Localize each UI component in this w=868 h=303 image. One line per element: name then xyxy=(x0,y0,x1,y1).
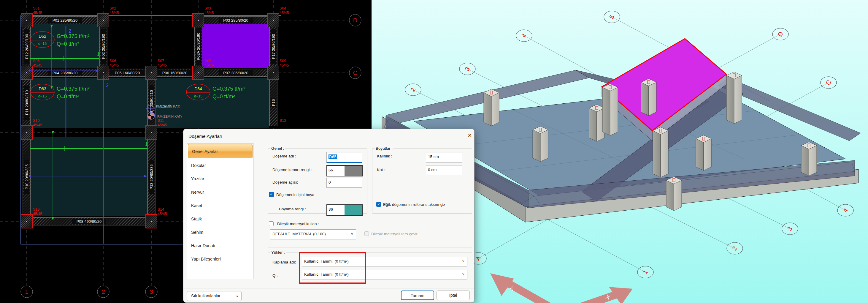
svg-text:Q=0 tf/m²: Q=0 tf/m² xyxy=(213,93,235,100)
beam-P04[interactable]: P04 285/80/20 xyxy=(32,69,98,77)
ref-axis-checkbox[interactable]: ✓ xyxy=(376,202,381,207)
paint-color-swatch[interactable] xyxy=(344,205,362,215)
slab-fill[interactable] xyxy=(31,137,147,216)
svg-text:Q=0 tf/m²: Q=0 tf/m² xyxy=(57,41,79,47)
elevation-label: Kot : xyxy=(377,168,385,172)
edge-color-label: Döşeme kenarı rengi : xyxy=(272,168,312,172)
q-load-dropdown[interactable]: Kullanıcı Tanımlı (0 tf/m²)∨ xyxy=(302,270,467,280)
slab-angle-input[interactable]: 0 xyxy=(327,177,362,188)
beam-P17[interactable]: P17 20/80/190 xyxy=(270,27,277,66)
beam-P07[interactable]: P07 285/80/20 xyxy=(203,69,268,77)
close-icon[interactable]: ✕ xyxy=(466,132,474,140)
tab-dokular[interactable]: Dokular xyxy=(187,159,253,172)
beam-P16[interactable]: P16 xyxy=(270,79,277,126)
composite-checkbox[interactable] xyxy=(269,221,274,226)
loads-legend: Yükler : xyxy=(270,250,286,254)
paint-inside-checkbox[interactable]: ✓ xyxy=(269,192,274,197)
km-label: KM(ZEMİN KAT) xyxy=(156,105,180,108)
edge-color-picker[interactable]: 66 xyxy=(327,165,363,176)
tab-sehim[interactable]: Sehim xyxy=(187,226,253,239)
beam-P02A[interactable]: P02A 20/80/190 xyxy=(194,27,202,66)
slab-name-input[interactable]: D65 xyxy=(327,152,362,163)
svg-text:S14: S14 xyxy=(158,208,164,212)
svg-text:45/45: 45/45 xyxy=(158,63,167,67)
edge-color-swatch[interactable] xyxy=(344,166,362,176)
rm-label: RM(ZEMİN KAT) xyxy=(157,115,182,118)
svg-text:3: 3 xyxy=(150,288,153,295)
svg-text:P13 20/80/335: P13 20/80/335 xyxy=(149,164,154,190)
tab-yapı-bileşenleri[interactable]: Yapı Bileşenleri xyxy=(187,252,253,266)
svg-text:C: C xyxy=(353,70,357,76)
coating-label: Kaplama adı: xyxy=(272,260,296,265)
svg-text:S08: S08 xyxy=(205,59,211,63)
tab-statik[interactable]: Statik xyxy=(187,212,253,226)
svg-text:1: 1 xyxy=(25,288,28,295)
svg-text:P01 285/80/20: P01 285/80/20 xyxy=(53,18,78,23)
svg-text:S01: S01 xyxy=(33,6,39,10)
beam-P11[interactable]: P11 20/80/210 xyxy=(23,79,31,126)
beam-P02[interactable]: P02 20/80/190 xyxy=(99,27,107,66)
beam-P06[interactable]: P06 160/80/20 xyxy=(156,69,193,77)
svg-text:P02 20/80/190: P02 20/80/190 xyxy=(101,34,106,59)
svg-text:45/45: 45/45 xyxy=(33,11,42,15)
svg-text:S13: S13 xyxy=(33,208,39,212)
axis-bubble-3d-4: 4 xyxy=(837,204,854,216)
column-3d[interactable] xyxy=(641,79,656,115)
tab-hasır-donatı[interactable]: Hasır Donatı xyxy=(187,239,253,252)
beam-P10[interactable]: P10 20/80/335 xyxy=(23,139,31,215)
beam-P13[interactable]: P13 20/80/335 xyxy=(148,139,155,215)
tab-yazılar[interactable]: Yazılar xyxy=(187,172,253,186)
section-label: 1 xyxy=(97,52,100,57)
column-S12[interactable]: S12 xyxy=(280,118,286,123)
svg-text:Q=0 tf/m²: Q=0 tf/m² xyxy=(57,93,79,100)
favorites-button[interactable]: Sık kullanılanlar...▸ xyxy=(187,291,242,301)
svg-text:45/45: 45/45 xyxy=(205,63,214,67)
ok-button[interactable]: Tamam xyxy=(401,291,434,300)
svg-text:S04: S04 xyxy=(280,6,286,10)
composite-label: Bileşik materyal kullan : xyxy=(276,222,320,226)
beam-P05[interactable]: P05 160/80/20 xyxy=(108,69,146,77)
tab-nervür[interactable]: Nervür xyxy=(187,186,253,199)
column-3d[interactable] xyxy=(666,177,682,211)
thickness-input[interactable]: 15 cm xyxy=(426,152,462,163)
column-3d[interactable] xyxy=(484,89,499,126)
beam-P14[interactable]: P14 20/80/210 xyxy=(148,79,155,126)
slab-fill-D64[interactable] xyxy=(155,78,269,128)
column-3d[interactable] xyxy=(602,84,618,135)
column-3d[interactable] xyxy=(801,142,817,176)
column-3d[interactable] xyxy=(653,127,668,177)
general-legend: Genel : xyxy=(270,146,285,150)
loads-group: Yükler : xyxy=(268,250,472,287)
axis-bubble-3d-1: 1 xyxy=(638,266,653,278)
beam-P03[interactable]: P03 285/80/20 xyxy=(203,16,268,24)
svg-text:P06 160/80/20: P06 160/80/20 xyxy=(162,71,188,75)
svg-text:S02: S02 xyxy=(110,6,116,10)
column-3d[interactable] xyxy=(589,105,604,141)
material-dropdown[interactable]: DEFAULT_MATERIAL (0.100)∨ xyxy=(270,229,356,240)
paint-color-picker[interactable]: 36 xyxy=(327,204,363,216)
column-3d[interactable] xyxy=(696,135,711,170)
column-3d[interactable] xyxy=(533,126,548,162)
column-3d[interactable] xyxy=(726,72,742,123)
elevation-input[interactable]: 0 cm xyxy=(426,165,462,175)
chevron-down-icon: ∨ xyxy=(462,259,465,263)
cancel-button[interactable]: İptal xyxy=(436,291,470,300)
svg-text:45/45: 45/45 xyxy=(33,63,42,67)
thickness-label: Kalınlık : xyxy=(377,154,392,158)
tab-kaset[interactable]: Kaset xyxy=(187,199,253,212)
rm-symbol xyxy=(148,112,155,119)
coating-dropdown[interactable]: Kullanıcı Tanımlı (0 tf/m²)∨ xyxy=(302,257,467,267)
slab-fill-D65[interactable] xyxy=(203,24,269,68)
svg-text:P04 285/80/20: P04 285/80/20 xyxy=(53,71,78,75)
beam-P08[interactable]: P08 490/80/20 xyxy=(32,217,146,225)
svg-text:P05 160/80/20: P05 160/80/20 xyxy=(115,71,140,75)
beam-P12[interactable]: P12 20/80/190 xyxy=(23,27,31,66)
tab-genel-ayarlar[interactable]: Genel Ayarlar xyxy=(188,144,252,158)
svg-text:P10 20/80/335: P10 20/80/335 xyxy=(25,164,29,190)
beam-P01[interactable]: P01 285/80/20 xyxy=(32,16,98,24)
axis-bubble-3d-5: 5 xyxy=(604,11,620,23)
invert-composite-checkbox[interactable] xyxy=(364,231,369,236)
svg-text:45/45: 45/45 xyxy=(33,123,42,127)
svg-text:45/45: 45/45 xyxy=(280,63,289,67)
svg-text:P12 20/80/190: P12 20/80/190 xyxy=(25,34,29,59)
